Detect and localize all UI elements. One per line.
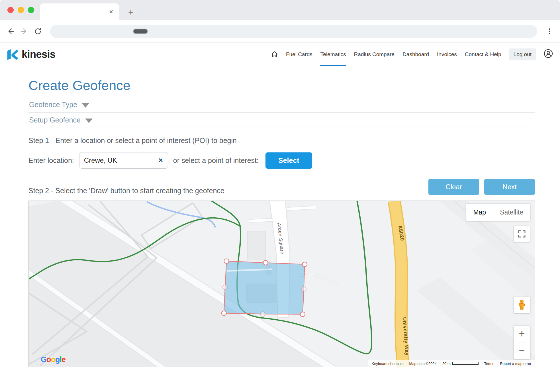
map-action-buttons: Clear Next [428, 179, 535, 195]
chevron-down-icon [85, 119, 93, 123]
address-bar[interactable] [50, 25, 537, 38]
map-type-map-button[interactable]: Map [466, 204, 493, 221]
fullscreen-icon [518, 230, 526, 238]
main-nav: Fuel Cards Telematics Radius Compare Das… [271, 43, 553, 66]
pegman-icon [517, 299, 526, 310]
zoom-in-button[interactable]: + [514, 326, 530, 342]
reload-icon[interactable] [34, 27, 42, 36]
location-input[interactable]: Crewe, UK ✕ [79, 152, 168, 169]
clear-location-icon[interactable]: ✕ [158, 157, 163, 164]
pegman-button[interactable] [514, 297, 530, 313]
next-button[interactable]: Next [484, 179, 535, 195]
step2-row: Step 2 - Select the 'Draw' button to sta… [28, 179, 535, 195]
logout-button[interactable]: Log out [509, 48, 536, 60]
nav-telematics[interactable]: Telematics [320, 43, 346, 66]
terms-link[interactable]: Terms [484, 362, 494, 366]
nav-fuel-cards[interactable]: Fuel Cards [286, 43, 313, 66]
location-row: Enter location: Crewe, UK ✕ or select a … [28, 152, 535, 169]
window-maximize-button[interactable] [28, 7, 34, 13]
accordion-geofence-type-label: Geofence Type [29, 101, 77, 109]
keyboard-shortcuts-link[interactable]: Keyboard shortcuts [372, 362, 404, 366]
map-type-control: Map Satellite [466, 204, 530, 221]
kinesis-logo-icon [7, 48, 19, 60]
account-avatar-icon[interactable] [543, 49, 553, 60]
kinesis-logo[interactable]: kinesis [7, 48, 56, 60]
new-tab-button[interactable]: + [128, 7, 134, 18]
map-attribution: Keyboard shortcuts Map data ©2024 20 m T… [368, 360, 535, 367]
site-header: kinesis Fuel Cards Telematics Radius Com… [0, 43, 560, 66]
google-logo[interactable]: Google [41, 355, 66, 364]
nav-radius-compare[interactable]: Radius Compare [354, 43, 395, 66]
back-icon[interactable] [6, 27, 15, 36]
nav-contact-help[interactable]: Contact & Help [465, 43, 502, 66]
building [248, 231, 266, 260]
nav-invoices[interactable]: Invoices [437, 43, 457, 66]
map-canvas[interactable]: Arden Square A5020 University Way Map Sa… [28, 201, 535, 367]
accordion-setup-geofence[interactable]: Setup Geofence [28, 113, 535, 128]
scale-label: 20 m [442, 362, 451, 366]
page-content: Create Geofence Geofence Type Setup Geof… [0, 77, 560, 367]
report-map-error-link[interactable]: Report a map error [500, 362, 531, 366]
nav-dashboard[interactable]: Dashboard [402, 43, 429, 66]
tab-close-icon[interactable]: ✕ [109, 9, 113, 15]
redacted-url-text [133, 29, 148, 34]
select-poi-button[interactable]: Select [265, 152, 312, 169]
zoom-control: + − [514, 326, 530, 359]
browser-tab[interactable]: ✕ [40, 3, 119, 20]
browser-tab-strip: ✕ + [0, 0, 560, 20]
map-type-satellite-button[interactable]: Satellite [493, 204, 530, 221]
browser-toolbar [0, 20, 560, 43]
map-basemap: Arden Square A5020 University Way [29, 201, 535, 367]
forward-icon[interactable] [20, 27, 28, 36]
window-minimize-button[interactable] [18, 7, 24, 13]
zoom-out-button[interactable]: − [514, 342, 530, 359]
brand-name: kinesis [22, 48, 56, 60]
clear-button[interactable]: Clear [428, 179, 479, 195]
map-data-text: Map data ©2024 [409, 362, 437, 366]
step1-instruction: Step 1 - Enter a location or select a po… [28, 136, 535, 145]
enter-location-label: Enter location: [28, 156, 74, 165]
poi-label: or select a point of interest: [173, 156, 259, 165]
accordion-geofence-type[interactable]: Geofence Type [28, 97, 535, 113]
window-controls [7, 7, 34, 13]
accordion-setup-geofence-label: Setup Geofence [29, 116, 81, 124]
window-close-button[interactable] [7, 7, 14, 13]
step2-instruction: Step 2 - Select the 'Draw' button to sta… [28, 187, 224, 195]
fullscreen-button[interactable] [514, 226, 530, 242]
browser-menu-icon[interactable] [545, 27, 554, 36]
scale-bar-icon [452, 362, 479, 365]
scale-bar: 20 m [442, 362, 479, 366]
page-title: Create Geofence [28, 77, 535, 93]
chevron-down-icon [82, 103, 89, 108]
home-icon[interactable] [271, 43, 278, 66]
location-value[interactable]: Crewe, UK [84, 156, 158, 164]
